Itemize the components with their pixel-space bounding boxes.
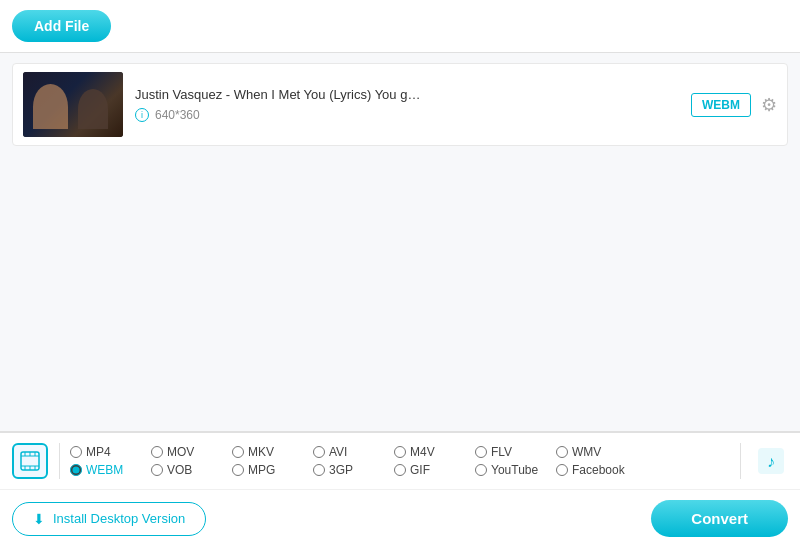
file-title: Justin Vasquez - When I Met You (Lyrics)… (135, 87, 679, 102)
format-option-m4v[interactable]: M4V (394, 445, 469, 459)
format-option-mov[interactable]: MOV (151, 445, 226, 459)
bottom-controls: MP4 MOV MKV AVI M4V (0, 432, 800, 547)
format-option-mkv[interactable]: MKV (232, 445, 307, 459)
music-icon-area: ♪ (740, 443, 800, 479)
format-option-mpg[interactable]: MPG (232, 463, 307, 477)
convert-button[interactable]: Convert (651, 500, 788, 537)
top-bar: Add File (0, 0, 800, 53)
format-row-1: MP4 MOV MKV AVI M4V (70, 445, 730, 459)
format-option-flv[interactable]: FLV (475, 445, 550, 459)
format-option-youtube[interactable]: YouTube (475, 463, 550, 477)
file-actions: WEBM ⚙ (691, 93, 777, 117)
film-icon[interactable] (12, 443, 48, 479)
format-option-3gp[interactable]: 3GP (313, 463, 388, 477)
format-option-facebook[interactable]: Facebook (556, 463, 631, 477)
settings-icon[interactable]: ⚙ (761, 94, 777, 116)
format-option-avi[interactable]: AVI (313, 445, 388, 459)
format-row-2: WEBM VOB MPG 3GP GIF (70, 463, 730, 477)
file-resolution: 640*360 (155, 108, 200, 122)
format-option-webm[interactable]: WEBM (70, 463, 145, 477)
thumbnail-figure2 (78, 89, 108, 129)
install-desktop-button[interactable]: ⬇ Install Desktop Version (12, 502, 206, 536)
info-icon[interactable]: i (135, 108, 149, 122)
thumbnail-figure1 (33, 84, 68, 129)
file-info: Justin Vasquez - When I Met You (Lyrics)… (135, 87, 679, 122)
action-bar: ⬇ Install Desktop Version Convert (0, 490, 800, 547)
film-svg (20, 451, 40, 471)
svg-text:♪: ♪ (767, 453, 775, 470)
add-file-button[interactable]: Add File (12, 10, 111, 42)
format-icon-area (0, 443, 60, 479)
file-item: Justin Vasquez - When I Met You (Lyrics)… (12, 63, 788, 146)
install-desktop-label: Install Desktop Version (53, 511, 185, 526)
music-button[interactable]: ♪ (753, 443, 789, 479)
music-svg: ♪ (758, 448, 784, 474)
format-badge[interactable]: WEBM (691, 93, 751, 117)
format-option-mp4[interactable]: MP4 (70, 445, 145, 459)
file-list: Justin Vasquez - When I Met You (Lyrics)… (0, 53, 800, 432)
format-option-gif[interactable]: GIF (394, 463, 469, 477)
file-thumbnail (23, 72, 123, 137)
format-selector: MP4 MOV MKV AVI M4V (0, 433, 800, 490)
thumbnail-visual (23, 72, 123, 137)
format-options: MP4 MOV MKV AVI M4V (60, 441, 740, 481)
download-icon: ⬇ (33, 511, 45, 527)
file-meta: i 640*360 (135, 108, 679, 122)
format-option-wmv[interactable]: WMV (556, 445, 631, 459)
format-option-vob[interactable]: VOB (151, 463, 226, 477)
